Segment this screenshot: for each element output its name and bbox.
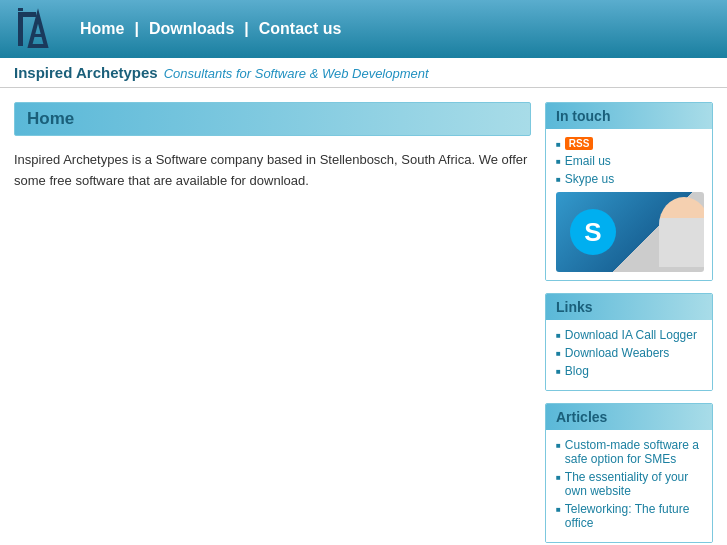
article-link-2[interactable]: The essentiality of your own website [565,470,702,498]
link-item-1: Download IA Call Logger [556,328,702,342]
site-name: Inspired Archetypes [14,64,158,81]
page-title: Home [27,109,518,129]
svg-rect-2 [18,12,36,17]
logo-block [14,6,60,52]
link-weabers[interactable]: Download Weabers [565,346,670,360]
article-link-1[interactable]: Custom-made software a safe option for S… [565,438,702,466]
article-item-1: Custom-made software a safe option for S… [556,438,702,466]
left-column: Home Inspired Archetypes is a Software c… [14,102,531,545]
email-link[interactable]: Email us [565,154,611,168]
article-item-2: The essentiality of your own website [556,470,702,498]
nav-bar: Home | Downloads | Contact us [80,20,341,38]
main-content: Home Inspired Archetypes is a Software c… [0,88,727,545]
articles-title: Articles [546,404,712,430]
nav-downloads-link[interactable]: Downloads [149,20,234,38]
skype-logo: S [570,209,616,255]
link-item-3: Blog [556,364,702,378]
article-link-3[interactable]: Teleworking: The future office [565,502,702,530]
svg-rect-4 [34,34,42,37]
links-title: Links [546,294,712,320]
in-touch-title: In touch [546,103,712,129]
rss-badge: RSS [565,137,596,150]
links-section: Links Download IA Call Logger Download W… [545,293,713,391]
links-body: Download IA Call Logger Download Weabers… [546,320,712,390]
nav-home-link[interactable]: Home [80,20,124,38]
svg-rect-1 [18,12,23,46]
in-touch-section: In touch RSS Email us Skype us [545,102,713,281]
right-sidebar: In touch RSS Email us Skype us [545,102,713,545]
svg-marker-3 [30,16,46,46]
link-blog[interactable]: Blog [565,364,589,378]
logo-icon [14,6,60,52]
email-item: Email us [556,154,702,168]
articles-list: Custom-made software a safe option for S… [556,438,702,530]
articles-section: Articles Custom-made software a safe opt… [545,403,713,543]
nav-sep-1: | [134,20,138,38]
skype-banner: S [556,192,704,272]
in-touch-list: RSS Email us Skype us [556,137,702,186]
tagline-bar: Inspired Archetypes Consultants for Soft… [0,58,727,88]
body-text: Inspired Archetypes is a Software compan… [14,150,531,192]
site-tagline: Consultants for Software & Web Developme… [164,66,429,81]
page-title-bar: Home [14,102,531,136]
nav-sep-2: | [244,20,248,38]
rss-item: RSS [556,137,702,150]
nav-contact-link[interactable]: Contact us [259,20,342,38]
svg-rect-5 [18,8,23,11]
articles-body: Custom-made software a safe option for S… [546,430,712,542]
rss-badge-label[interactable]: RSS [565,137,594,150]
skype-person [644,192,704,272]
link-ia-call-logger[interactable]: Download IA Call Logger [565,328,697,342]
page-body: Inspired Archetypes is a Software compan… [14,150,531,192]
skype-link[interactable]: Skype us [565,172,614,186]
in-touch-body: RSS Email us Skype us S [546,129,712,280]
link-item-2: Download Weabers [556,346,702,360]
article-item-3: Teleworking: The future office [556,502,702,530]
links-list: Download IA Call Logger Download Weabers… [556,328,702,378]
header: Home | Downloads | Contact us [0,0,727,58]
skype-item: Skype us [556,172,702,186]
